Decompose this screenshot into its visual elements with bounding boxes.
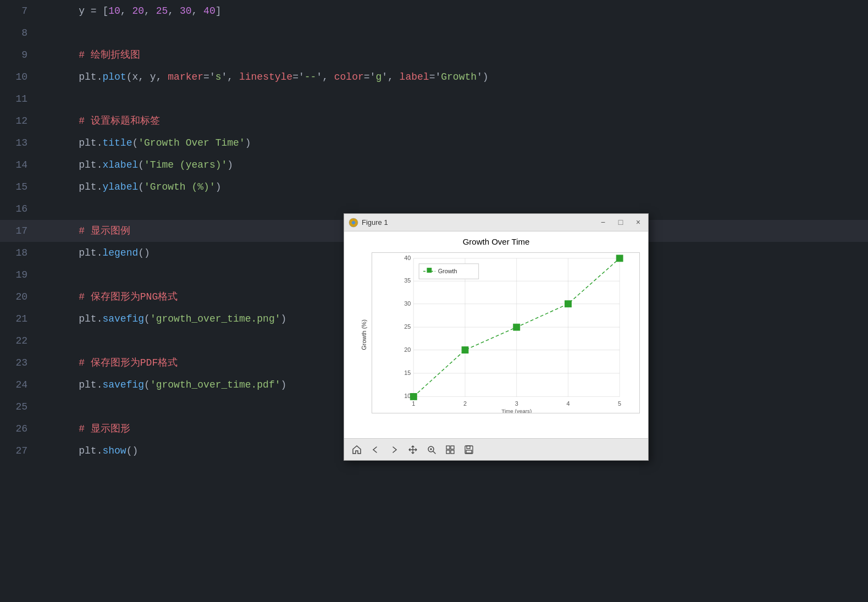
code-line-7: 7 y = [10, 20, 25, 30, 40] bbox=[0, 0, 868, 22]
pan-button[interactable] bbox=[405, 442, 421, 457]
svg-line-31 bbox=[433, 451, 435, 454]
line-content-15: plt.ylabel('Growth (%)') bbox=[38, 176, 868, 198]
line-number-27: 27 bbox=[0, 440, 38, 462]
code-line-13: 13 plt.title('Growth Over Time') bbox=[0, 132, 868, 154]
svg-rect-39 bbox=[467, 446, 470, 449]
figure-title-text: Figure 1 bbox=[362, 218, 388, 227]
code-line-9: 9 # 绘制折线图 bbox=[0, 44, 868, 66]
line-number-21: 21 bbox=[0, 308, 38, 330]
figure-titlebar: Figure 1 − □ × bbox=[344, 214, 648, 231]
code-line-15: 15 plt.ylabel('Growth (%)') bbox=[0, 176, 868, 198]
line-number-23: 23 bbox=[0, 352, 38, 374]
svg-text:15: 15 bbox=[404, 369, 411, 376]
code-line-8: 8 bbox=[0, 22, 868, 44]
figure-window: Figure 1 − □ × Growth Over Time Growth (… bbox=[344, 213, 649, 461]
svg-text:4: 4 bbox=[566, 400, 570, 407]
svg-text:20: 20 bbox=[404, 346, 411, 353]
svg-rect-37 bbox=[451, 450, 454, 454]
svg-text:Time (years): Time (years) bbox=[501, 408, 532, 413]
y-axis-label: Growth (%) bbox=[361, 319, 367, 350]
back-button[interactable] bbox=[367, 442, 384, 457]
figure-title-left: Figure 1 bbox=[349, 218, 388, 228]
svg-text:1: 1 bbox=[412, 400, 415, 407]
chart-title: Growth Over Time bbox=[344, 231, 648, 246]
figure-content: Growth Over Time Growth (%) bbox=[344, 231, 648, 438]
code-line-14: 14 plt.xlabel('Time (years)') bbox=[0, 154, 868, 176]
line-number-9: 9 bbox=[0, 44, 38, 66]
line-content-14: plt.xlabel('Time (years)') bbox=[38, 154, 868, 176]
line-number-13: 13 bbox=[0, 132, 38, 154]
zoom-icon bbox=[427, 445, 436, 455]
svg-text:30: 30 bbox=[404, 300, 411, 307]
home-icon bbox=[352, 445, 362, 455]
svg-rect-34 bbox=[446, 446, 450, 449]
svg-text:2: 2 bbox=[463, 400, 467, 407]
line-number-10: 10 bbox=[0, 66, 38, 88]
chart-svg: 10 15 20 25 30 35 40 1 2 3 4 5 Time (yea… bbox=[372, 253, 639, 413]
line-number-19: 19 bbox=[0, 264, 38, 286]
line-number-17: 17 bbox=[0, 220, 38, 242]
svg-rect-29 bbox=[427, 268, 432, 273]
figure-toolbar bbox=[344, 438, 648, 460]
svg-text:35: 35 bbox=[404, 277, 411, 284]
minimize-button[interactable]: − bbox=[598, 218, 609, 227]
line-number-16: 16 bbox=[0, 198, 38, 220]
svg-text:3: 3 bbox=[515, 400, 518, 407]
line-number-11: 11 bbox=[0, 88, 38, 110]
settings-icon bbox=[445, 445, 455, 455]
back-icon bbox=[371, 445, 380, 455]
line-content-9: # 绘制折线图 bbox=[38, 44, 868, 66]
svg-text:10: 10 bbox=[404, 393, 411, 399]
maximize-button[interactable]: □ bbox=[615, 218, 626, 227]
marker-2 bbox=[462, 347, 468, 354]
line-number-25: 25 bbox=[0, 396, 38, 418]
line-number-18: 18 bbox=[0, 242, 38, 264]
line-content-12: # 设置标题和标签 bbox=[38, 110, 868, 132]
code-line-12: 12 # 设置标题和标签 bbox=[0, 110, 868, 132]
chart-area: 10 15 20 25 30 35 40 1 2 3 4 5 Time (yea… bbox=[372, 252, 640, 413]
line-number-12: 12 bbox=[0, 110, 38, 132]
line-number-24: 24 bbox=[0, 374, 38, 396]
svg-point-1 bbox=[352, 221, 355, 224]
move-icon bbox=[408, 445, 418, 455]
close-button[interactable]: × bbox=[633, 218, 644, 227]
svg-rect-36 bbox=[446, 450, 450, 454]
line-number-14: 14 bbox=[0, 154, 38, 176]
code-line-11: 11 bbox=[0, 88, 868, 110]
marker-4 bbox=[565, 301, 572, 307]
svg-text:25: 25 bbox=[404, 323, 411, 330]
svg-text:5: 5 bbox=[618, 400, 621, 407]
line-number-7: 7 bbox=[0, 0, 38, 22]
marker-5 bbox=[616, 255, 623, 262]
configure-button[interactable] bbox=[442, 442, 458, 457]
figure-title-controls: − □ × bbox=[598, 218, 644, 227]
line-number-20: 20 bbox=[0, 286, 38, 308]
home-button[interactable] bbox=[349, 442, 365, 457]
zoom-button[interactable] bbox=[423, 442, 440, 457]
line-content-10: plt.plot(x, y, marker='s', linestyle='--… bbox=[38, 66, 868, 88]
line-content-13: plt.title('Growth Over Time') bbox=[38, 132, 868, 154]
line-number-8: 8 bbox=[0, 22, 38, 44]
matplotlib-icon bbox=[349, 218, 358, 228]
forward-button[interactable] bbox=[386, 442, 402, 457]
line-content-7: y = [10, 20, 25, 30, 40] bbox=[38, 0, 868, 22]
forward-icon bbox=[389, 445, 399, 455]
line-number-22: 22 bbox=[0, 330, 38, 352]
code-line-10: 10 plt.plot(x, y, marker='s', linestyle=… bbox=[0, 66, 868, 88]
marker-3 bbox=[513, 324, 520, 330]
svg-rect-40 bbox=[466, 450, 472, 453]
svg-text:40: 40 bbox=[404, 255, 411, 261]
marker-1 bbox=[410, 393, 417, 400]
line-number-26: 26 bbox=[0, 418, 38, 440]
save-icon bbox=[464, 445, 474, 455]
save-button[interactable] bbox=[461, 442, 477, 457]
line-number-15: 15 bbox=[0, 176, 38, 198]
svg-rect-35 bbox=[451, 446, 454, 449]
legend-label: Growth bbox=[438, 268, 457, 274]
